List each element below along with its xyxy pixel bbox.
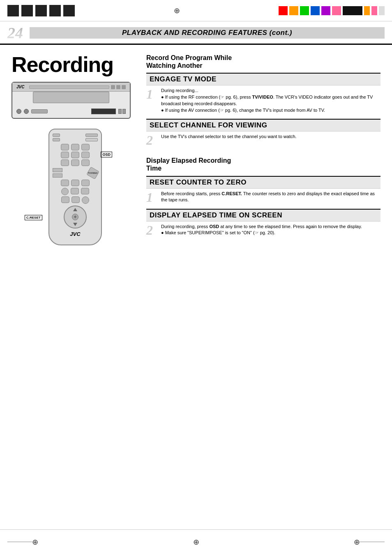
left-column: Recording JVC (12, 49, 139, 245)
section2-step1-body: 1 Before recording starts, press C.RESET… (146, 189, 380, 207)
remote-btn-4 (61, 152, 69, 158)
section2-step2-number: 2 (146, 224, 158, 237)
remote-play-btn (71, 180, 79, 186)
bottom-area: ⊕ ⊕ ⊕ (0, 529, 392, 554)
remote-osd-btn: OSD (85, 138, 98, 141)
remote-ff-btn (81, 180, 90, 186)
color-block-purple (321, 6, 330, 15)
remote-top-left (53, 134, 60, 141)
vcr-btn-1 (111, 85, 115, 89)
color-block-pink (332, 6, 341, 15)
remote-btn-1 (61, 144, 69, 150)
section1-step1-bullet-2: If using the AV connection (☞ pg. 6), ch… (161, 107, 380, 114)
bottom-line-left (7, 542, 32, 542)
section2-step2-title: DISPLAY ELAPSED TIME ON SCREEN (150, 211, 377, 219)
vcr-side-buttons (118, 109, 126, 114)
color-block-right-2 (371, 6, 377, 15)
remote-btn-9 (81, 159, 90, 166)
osd-label: OSD (101, 152, 112, 157)
section1-step2-number: 2 (146, 134, 158, 147)
section1-step2-body: 2 Use the TV's channel selector to set t… (146, 132, 380, 150)
remote-misc-btn-3 (82, 196, 89, 204)
page-header: 24 PLAYBACK AND RECORDING FEATURES (cont… (0, 21, 392, 45)
page-wrapper: ⊕ 24 PLAYBACK AND RECORDING FEATURES (co… (0, 0, 392, 554)
remote-btn-7 (61, 159, 69, 166)
vcr-tape-slot (33, 92, 109, 103)
color-block-right-3 (379, 6, 385, 15)
section1-step1-bullet-1: If using the RF connection (☞ pg. 6), pr… (161, 94, 380, 107)
section1-heading: Record One Program While Watching Anothe… (146, 54, 380, 69)
vcr-brand: JVC (16, 85, 24, 89)
black-square-4 (49, 5, 61, 16)
remote-center-btn: + (72, 214, 78, 220)
top-crosshair-icon: ⊕ (174, 6, 180, 15)
section2-step1-header: RESET COUNTER TO ZERO (146, 177, 380, 189)
remote-misc-btn-2 (71, 196, 80, 203)
remote-top-btn-3 (85, 134, 98, 137)
page-number: 24 (7, 24, 23, 42)
section1-step1-body: 1 During recording... If using the RF co… (146, 85, 380, 117)
remote-btn-3 (81, 144, 90, 150)
vcr-knob-2 (24, 109, 29, 114)
remote-btn-2 (71, 144, 79, 150)
right-column: Record One Program While Watching Anothe… (146, 49, 380, 245)
section1-step1-number: 1 (146, 88, 158, 114)
remote-body: OSD (48, 129, 102, 245)
vcr-bottom-controls (16, 107, 126, 115)
color-block-right-1 (364, 6, 370, 15)
remote-btn-5 (71, 152, 79, 158)
remote-top-right: OSD (85, 134, 98, 141)
top-bar: ⊕ (0, 0, 392, 21)
remote-wrapper: C.RESET OSD (48, 129, 102, 245)
vcr-side-btn-1 (118, 109, 122, 114)
remote-nav-cluster: + (53, 205, 98, 229)
top-bar-right (279, 6, 385, 15)
section1-step2-text: Use the TV's channel selector to set the… (161, 134, 297, 147)
section1-step1-header: ENGAGE TV MODE (146, 74, 380, 85)
color-block-green (300, 6, 309, 15)
section2-step1-title: RESET COUNTER TO ZERO (150, 178, 377, 187)
vcr-btn-2 (116, 85, 120, 89)
section2-step1-text: Before recording starts, press C.RESET. … (161, 191, 380, 204)
remote-container: C.RESET OSD (12, 129, 139, 245)
remote-misc-row1 (53, 196, 98, 204)
remote-pause-btn (81, 188, 89, 194)
bottom-right-crosshair-icon: ⊕ (354, 538, 360, 547)
section2-step1: RESET COUNTER TO ZERO 1 Before recording… (146, 176, 380, 207)
black-square-3 (35, 5, 47, 16)
vcr-top-strip: JVC (12, 83, 130, 92)
color-block-orange (289, 6, 298, 15)
section1-step2: SELECT CHANNEL FOR VIEWING 2 Use the TV'… (146, 119, 380, 150)
remote-brand: JVC (53, 231, 98, 237)
black-square-1 (7, 5, 19, 16)
top-bar-left (7, 5, 75, 16)
section2-step2-text: During recording, press OSD at any time … (161, 224, 362, 237)
bottom-line-right (360, 542, 385, 542)
section1-step1: ENGAGE TV MODE 1 During recording... If … (146, 73, 380, 117)
section1-step1-text: During recording... If using the RF conn… (161, 88, 380, 114)
remote-row-1 (53, 144, 98, 150)
remote-rec-btn (61, 188, 69, 195)
color-block-blue (311, 6, 320, 15)
top-bar-center: ⊕ (75, 6, 279, 15)
vcr-device-illustration: JVC (12, 82, 131, 119)
remote-misc-btn-1 (61, 196, 69, 203)
vcr-btn-3 (122, 85, 126, 89)
color-block-red (279, 6, 288, 15)
remote-playback-row (53, 180, 98, 186)
black-strip (343, 6, 362, 15)
remote-numpad (53, 144, 98, 166)
vcr-slot-front (31, 109, 48, 113)
section2-heading: Display Elapsed Recording Time (146, 157, 380, 172)
remote-down-arrow-icon (73, 223, 77, 226)
remote-side-btn-1 (53, 168, 62, 172)
remote-left-side (53, 168, 62, 178)
section2-step2-bullet-1: Make sure "SUPERIMPOSE" is set to "ON" (… (161, 230, 362, 236)
remote-btn-8 (71, 159, 79, 166)
section2-step2-header: DISPLAY ELAPSED TIME ON SCREEN (146, 210, 380, 222)
content-body: Recording JVC (0, 45, 392, 245)
vcr-top-buttons (111, 85, 126, 89)
tvvideo-text: TV/VIDEO (88, 172, 97, 174)
black-square-5 (63, 5, 75, 16)
section1-step2-header: SELECT CHANNEL FOR VIEWING (146, 120, 380, 132)
